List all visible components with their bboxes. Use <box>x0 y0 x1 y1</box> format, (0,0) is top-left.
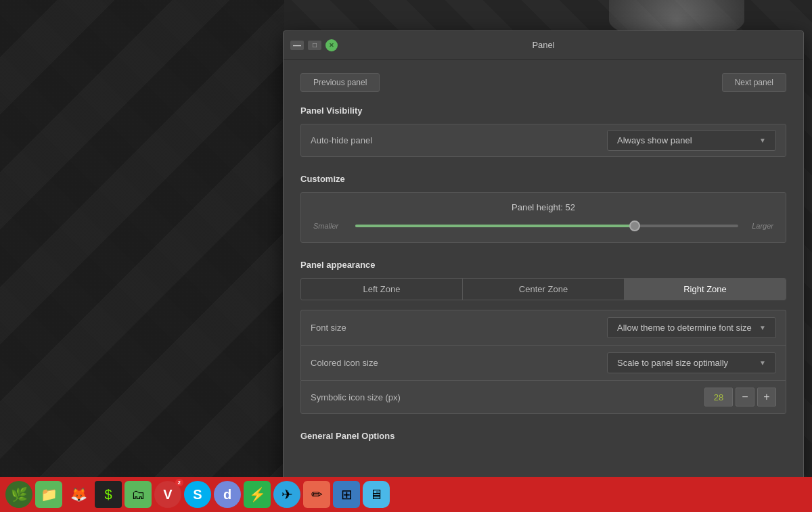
colored-icon-dropdown[interactable]: Scale to panel size optimally ▼ <box>607 352 776 373</box>
appearance-grid: Font size Allow theme to determine font … <box>300 310 786 414</box>
colored-icon-dropdown-arrow: ▼ <box>759 359 766 367</box>
font-size-row: Font size Allow theme to determine font … <box>300 310 786 345</box>
icon-size-controls: − + <box>704 388 776 406</box>
tab-left-zone[interactable]: Left Zone <box>301 279 463 300</box>
slider-thumb[interactable] <box>629 220 640 231</box>
autohide-row: Auto-hide panel Always show panel ▼ <box>300 124 786 157</box>
panel-height-slider[interactable] <box>355 219 738 233</box>
symbolic-icon-row: Symbolic icon size (px) − + <box>300 380 786 414</box>
marker[interactable]: ✏ <box>303 481 330 508</box>
autohide-label: Auto-hide panel <box>311 135 607 145</box>
dropdown-arrow-icon: ▼ <box>759 137 766 144</box>
font-size-value: Allow theme to determine font size <box>617 323 752 333</box>
symbolic-icon-label: Symbolic icon size (px) <box>311 392 704 402</box>
title-bar: — □ Panel <box>284 31 803 60</box>
zone-tabs: Left Zone Center Zone Right Zone <box>300 278 786 300</box>
files-green[interactable]: 📁 <box>35 481 62 508</box>
minimize-button[interactable]: — <box>290 41 304 50</box>
dialog-title: Panel <box>338 40 749 50</box>
panel-visibility-section: Panel Visibility Auto-hide panel Always … <box>300 106 786 157</box>
terminal[interactable]: $ <box>95 481 122 508</box>
screen[interactable]: 🖥 <box>363 481 390 508</box>
customize-title: Customize <box>300 174 786 184</box>
general-panel-options-title: General Panel Options <box>300 431 786 441</box>
nav-row: Previous panel Next panel <box>300 73 786 92</box>
colored-icon-label: Colored icon size <box>311 358 607 368</box>
customize-box: Panel height: 52 Smaller Larger <box>300 192 786 243</box>
font-size-dropdown-arrow: ▼ <box>759 324 766 331</box>
firefox[interactable]: 🦊 <box>65 481 92 508</box>
tab-right-zone[interactable]: Right Zone <box>625 279 786 300</box>
panel-dialog: — □ Panel Previous panel Next panel Pane… <box>283 30 804 480</box>
next-panel-button[interactable]: Next panel <box>722 73 786 92</box>
window-controls: — □ <box>290 39 338 51</box>
vivaldi[interactable]: V2 <box>154 481 181 508</box>
slider-fill <box>355 225 635 227</box>
window-picker[interactable]: ⊞ <box>333 481 360 508</box>
panel-visibility-title: Panel Visibility <box>300 106 786 116</box>
font-size-label: Font size <box>311 323 607 333</box>
close-button[interactable] <box>325 39 338 51</box>
dialog-content: Previous panel Next panel Panel Visibili… <box>284 60 803 480</box>
symbolic-icon-input[interactable] <box>704 388 733 406</box>
slider-max-label: Larger <box>746 222 773 230</box>
panel-appearance-section: Panel appearance Left Zone Center Zone R… <box>300 260 786 414</box>
feedly[interactable]: ⚡ <box>244 481 271 508</box>
customize-section: Customize Panel height: 52 Smaller Large… <box>300 174 786 243</box>
panel-appearance-title: Panel appearance <box>300 260 786 270</box>
files[interactable]: 🗂 <box>125 481 152 508</box>
slider-row: Smaller Larger <box>313 219 773 233</box>
taskbar: 🌿📁🦊$🗂V2Sd⚡✈✏⊞🖥 <box>0 477 812 512</box>
maximize-button[interactable]: □ <box>308 41 321 50</box>
decrease-icon-size-button[interactable]: − <box>736 388 754 406</box>
telegram[interactable]: ✈ <box>273 481 300 508</box>
increase-icon-size-button[interactable]: + <box>757 388 776 406</box>
slider-min-label: Smaller <box>313 222 347 230</box>
prev-panel-button[interactable]: Previous panel <box>300 73 380 92</box>
mint-logo[interactable]: 🌿 <box>5 481 32 508</box>
general-panel-options-section: General Panel Options <box>300 431 786 441</box>
discord[interactable]: d <box>214 481 241 508</box>
colored-icon-row: Colored icon size Scale to panel size op… <box>300 345 786 380</box>
font-size-dropdown[interactable]: Allow theme to determine font size ▼ <box>607 317 776 338</box>
skype[interactable]: S <box>184 481 211 508</box>
colored-icon-value: Scale to panel size optimally <box>617 358 728 368</box>
tab-center-zone[interactable]: Center Zone <box>463 279 625 300</box>
slider-value: 52 <box>566 202 575 212</box>
autohide-dropdown[interactable]: Always show panel ▼ <box>607 130 776 151</box>
slider-label: Panel height: 52 <box>313 202 773 212</box>
slider-track <box>355 225 738 227</box>
autohide-value: Always show panel <box>617 135 692 145</box>
